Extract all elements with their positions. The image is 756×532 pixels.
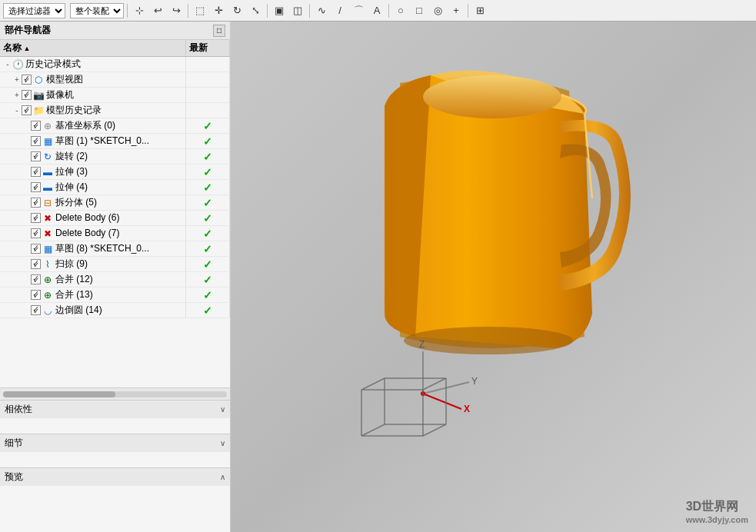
left-panel: 部件导航器 □ 名称 最新 -🕐历史记录模式+✓⬡模型视图+✓📷摄像机-✓📁模型… xyxy=(0,22,231,532)
tree-checkbox[interactable]: ✓ xyxy=(31,198,41,208)
toolbar-btn-arc[interactable]: ⌒ xyxy=(350,2,367,19)
hscroll-track[interactable] xyxy=(3,391,227,397)
panel-close-btn[interactable]: □ xyxy=(213,25,225,37)
tree-row[interactable]: -🕐历史记录模式 xyxy=(0,57,230,72)
tree-checkbox[interactable]: ✓ xyxy=(31,136,41,146)
toolbar-btn-move[interactable]: ✛ xyxy=(210,2,227,19)
filter-select[interactable]: 选择过滤器 xyxy=(3,3,65,18)
tree-checkbox[interactable]: ✓ xyxy=(31,182,41,192)
status-checkmark: ✓ xyxy=(203,289,212,301)
toolbar-btn-text[interactable]: A xyxy=(368,2,385,19)
tree-row[interactable]: ✓✖Delete Body (6)✓ xyxy=(0,211,230,226)
tree-row[interactable]: ✓◡边倒圆 (14)✓ xyxy=(0,303,230,318)
model-icon: ⬡ xyxy=(33,75,44,85)
toolbar-btn-ellipse[interactable]: ◎ xyxy=(429,2,446,19)
tree-checkbox[interactable]: ✓ xyxy=(31,244,41,254)
tree-checkbox[interactable]: ✓ xyxy=(22,105,32,115)
tree-item-label: 拉伸 (4) xyxy=(55,181,88,192)
tree-item-label: 边倒圆 (14) xyxy=(55,304,102,315)
detail-label: 细节 xyxy=(5,437,23,450)
preview-header[interactable]: 预览 ∧ xyxy=(0,468,230,486)
tree-row[interactable]: ✓▦草图 (8) *SKETCH_0...✓ xyxy=(0,241,230,257)
watermark-sub-text: www.3dyjy.com xyxy=(686,515,748,524)
assembly-select[interactable]: 整个装配 xyxy=(70,3,124,18)
tree-checkbox[interactable]: ✓ xyxy=(31,305,41,315)
toolbar-btn-circle[interactable]: ○ xyxy=(392,2,409,19)
toolbar-btn-grid[interactable]: ⊞ xyxy=(471,2,488,19)
horizontal-scrollbar[interactable] xyxy=(0,387,230,400)
tree-row[interactable]: ✓⊟拆分体 (5)✓ xyxy=(0,195,230,211)
toolbar-sep-1 xyxy=(127,4,128,18)
tree-container[interactable]: 名称 最新 -🕐历史记录模式+✓⬡模型视图+✓📷摄像机-✓📁模型历史记录✓⊕基准… xyxy=(0,40,230,387)
tree-row[interactable]: ✓▬拉伸 (4)✓ xyxy=(0,180,230,195)
tree-checkbox[interactable]: ✓ xyxy=(31,290,41,300)
toolbar-sep-4 xyxy=(309,4,310,18)
dependency-label: 相依性 xyxy=(5,403,32,416)
tree-row[interactable]: ✓▦草图 (1) *SKETCH_0...✓ xyxy=(0,134,230,149)
expand-btn[interactable]: - xyxy=(12,106,22,115)
tree-checkbox[interactable]: ✓ xyxy=(22,90,32,100)
status-checkmark: ✓ xyxy=(203,304,212,317)
tree-checkbox[interactable]: ✓ xyxy=(31,259,41,269)
toolbar-btn-rect[interactable]: □ xyxy=(411,2,428,19)
preview-arrow: ∧ xyxy=(220,473,225,481)
preview-section: 预览 ∧ xyxy=(0,467,230,532)
toolbar-btn-scale[interactable]: ⤡ xyxy=(247,2,264,19)
merge-icon: ⊕ xyxy=(42,274,53,285)
tree-row[interactable]: ✓⊕基准坐标系 (0)✓ xyxy=(0,118,230,134)
tree-row[interactable]: +✓⬡模型视图 xyxy=(0,72,230,88)
expand-btn[interactable]: - xyxy=(3,60,12,68)
tree-checkbox[interactable]: ✓ xyxy=(31,213,41,223)
expand-btn[interactable]: + xyxy=(12,91,22,99)
sweep-icon: ⌇ xyxy=(42,259,53,270)
tree-checkbox[interactable]: ✓ xyxy=(31,121,41,131)
tree-checkbox[interactable]: ✓ xyxy=(22,75,32,85)
status-checkmark: ✓ xyxy=(203,166,212,178)
status-checkmark: ✓ xyxy=(203,181,212,194)
tree-row[interactable]: ✓⊕合并 (13)✓ xyxy=(0,288,230,303)
toolbar-btn-plane[interactable]: ◫ xyxy=(289,2,306,19)
tree-item-label: 合并 (12) xyxy=(55,274,93,284)
toolbar-btn-redo[interactable]: ↪ xyxy=(168,2,185,19)
tree-row[interactable]: -✓📁模型历史记录 xyxy=(0,103,230,118)
col-name-header[interactable]: 名称 xyxy=(0,40,185,57)
toolbar-btn-plus[interactable]: + xyxy=(448,2,465,19)
3d-viewport[interactable]: X Y Z 3D世界网 www.3dyjy.com xyxy=(231,22,756,532)
toolbar-btn-rotate[interactable]: ↻ xyxy=(228,2,245,19)
expand-btn[interactable]: + xyxy=(12,75,22,84)
tree-row[interactable]: ✓⊕合并 (12)✓ xyxy=(0,272,230,288)
toolbar-btn-undo[interactable]: ↩ xyxy=(149,2,166,19)
hscroll-thumb[interactable] xyxy=(3,391,115,397)
tree-checkbox[interactable]: ✓ xyxy=(31,167,41,177)
toolbar-btn-curve[interactable]: ∿ xyxy=(313,2,330,19)
svg-point-0 xyxy=(423,75,561,118)
preview-label: 预览 xyxy=(5,470,23,484)
tree-row[interactable]: ✓✖Delete Body (7)✓ xyxy=(0,226,230,241)
tree-item-label: 合并 (13) xyxy=(55,289,93,300)
folder-icon: 📁 xyxy=(33,105,44,116)
tree-row[interactable]: ✓↻旋转 (2)✓ xyxy=(0,149,230,165)
coord-icon: ⊕ xyxy=(42,121,53,131)
toolbar-btn-3d[interactable]: ▣ xyxy=(271,2,288,19)
tree-checkbox[interactable]: ✓ xyxy=(31,228,41,238)
tree-row[interactable]: ✓▬拉伸 (3)✓ xyxy=(0,165,230,180)
status-checkmark: ✓ xyxy=(203,135,212,148)
status-checkmark: ✓ xyxy=(203,120,212,132)
status-checkmark: ✓ xyxy=(203,274,212,286)
detail-header[interactable]: 细节 ∨ xyxy=(0,434,230,452)
wireframe-box xyxy=(346,367,469,459)
revolve-icon: ↻ xyxy=(42,151,53,162)
tree-checkbox[interactable]: ✓ xyxy=(31,151,41,161)
dependency-header[interactable]: 相依性 ∨ xyxy=(0,401,230,418)
tree-item-label: 草图 (8) *SKETCH_0... xyxy=(55,243,149,254)
tree-row[interactable]: ✓⌇扫掠 (9)✓ xyxy=(0,257,230,272)
tree-checkbox[interactable]: ✓ xyxy=(31,274,41,284)
status-checkmark: ✓ xyxy=(203,197,212,209)
toolbar-btn-line[interactable]: / xyxy=(331,2,348,19)
detail-arrow: ∨ xyxy=(220,439,225,447)
toolbar-btn-select-box[interactable]: ⬚ xyxy=(191,2,208,19)
svg-text:Y: Y xyxy=(471,376,478,387)
tree-row[interactable]: +✓📷摄像机 xyxy=(0,88,230,103)
toolbar-btn-snap[interactable]: ⊹ xyxy=(131,2,148,19)
status-checkmark: ✓ xyxy=(203,212,212,224)
